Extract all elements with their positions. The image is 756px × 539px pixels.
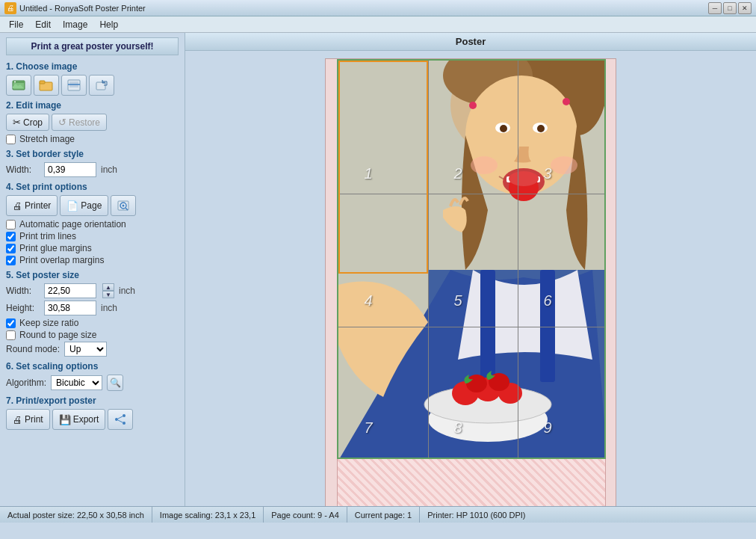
open-file-button[interactable] [34, 75, 59, 96]
crop-button[interactable]: ✂ Crop [6, 114, 49, 131]
export-button[interactable]: 💾 Export [52, 409, 106, 430]
print-option-buttons: 🖨 Printer 📄 Page [6, 195, 179, 216]
poster-width-input[interactable] [44, 283, 96, 298]
minimize-button[interactable]: ─ [708, 2, 722, 14]
poster-image-area: 1 2 3 4 5 6 7 8 9 [337, 59, 606, 459]
algorithm-row: Algorithm: Bicubic Bilinear Nearest 🔍 [6, 375, 179, 391]
border-unit-label: inch [101, 164, 117, 175]
round-to-page-label: Round to page size [19, 330, 96, 340]
svg-line-17 [118, 420, 123, 422]
section6-title: 6. Set scaling options [6, 361, 179, 372]
share-button[interactable] [108, 409, 133, 430]
algorithm-select[interactable]: Bicubic Bilinear Nearest [51, 375, 102, 390]
hline-1 [338, 194, 604, 194]
print-overlap-label: Print overlap margins [19, 255, 104, 265]
auto-orient-label: Automatic page orientation [19, 219, 126, 230]
choose-image-buttons [6, 75, 179, 96]
svg-point-32 [509, 171, 539, 186]
svg-point-46 [563, 98, 570, 105]
auto-orient-checkbox[interactable] [6, 220, 16, 230]
restore-button[interactable]: □ [723, 2, 737, 14]
svg-point-14 [115, 418, 118, 421]
status-bar: Actual poster size: 22,50 x 30,58 inch I… [0, 506, 756, 523]
poster-height-input[interactable] [44, 301, 96, 315]
algorithm-label: Algorithm: [6, 378, 46, 388]
printer-icon: 🖨 [13, 200, 22, 212]
main-layout: Print a great poster yourself! 1. Choose… [0, 33, 756, 506]
menu-bar: File Edit Image Help [0, 16, 756, 33]
svg-point-2 [14, 81, 16, 83]
svg-point-34 [551, 156, 577, 174]
svg-point-28 [537, 125, 545, 132]
menu-file[interactable]: File [3, 18, 29, 31]
svg-rect-36 [480, 270, 495, 382]
section5-title: 5. Set poster size [6, 270, 179, 280]
print-glue-checkbox[interactable] [6, 244, 16, 253]
auto-orient-row: Automatic page orientation [6, 219, 179, 230]
print-button[interactable]: 🖨 Print [6, 409, 50, 430]
page-settings-button[interactable]: 📄 Page [60, 195, 108, 216]
svg-point-11 [123, 205, 125, 207]
print-overlap-checkbox[interactable] [6, 256, 16, 265]
printer-settings-button[interactable]: 🖨 Printer [6, 195, 58, 216]
menu-image[interactable]: Image [57, 18, 93, 31]
print-preview-button[interactable] [111, 195, 136, 216]
app-icon: 🖨 [4, 2, 16, 14]
print-export-buttons: 🖨 Print 💾 Export [6, 409, 179, 430]
width-scroll[interactable]: ▲ ▼ [102, 283, 114, 298]
section1-title: 1. Choose image [6, 61, 179, 72]
print-trim-row: Print trim lines [6, 231, 179, 241]
poster-height-label: Height: [6, 303, 40, 313]
keep-ratio-checkbox[interactable] [6, 318, 16, 328]
crop-icon: ✂ [13, 117, 21, 128]
stretch-image-row: Stretch image [6, 134, 179, 144]
section3-title: 3. Set border style [6, 149, 179, 159]
keep-ratio-row: Keep size ratio [6, 318, 179, 328]
stretch-checkbox[interactable] [6, 135, 16, 144]
print-trim-checkbox[interactable] [6, 232, 16, 241]
close-button[interactable]: ✕ [738, 2, 752, 14]
restore-icon: ↺ [58, 117, 66, 128]
round-to-page-checkbox[interactable] [6, 330, 16, 340]
restore-button[interactable]: ↺ Restore [52, 114, 107, 131]
edit-image-buttons: ✂ Crop ↺ Restore [6, 114, 179, 131]
load-image-button[interactable] [6, 75, 31, 96]
print-overlap-row: Print overlap margins [6, 255, 179, 265]
cell-9: 9 [543, 419, 551, 453]
left-panel: Print a great poster yourself! 1. Choose… [0, 33, 185, 506]
print-trim-label: Print trim lines [19, 231, 76, 241]
poster-title: Poster [185, 33, 756, 51]
section2-title: 2. Edit image [6, 100, 179, 111]
border-width-row: Width: inch [6, 162, 179, 177]
poster-width-label: Width: [6, 286, 40, 296]
export-share-button[interactable] [89, 75, 114, 96]
round-to-page-row: Round to page size [6, 330, 179, 340]
border-width-input[interactable] [44, 162, 96, 177]
section7-title: 7. Print/export poster [6, 395, 179, 406]
print-glue-label: Print glue margins [19, 243, 92, 253]
menu-help[interactable]: Help [93, 18, 124, 31]
cell-7: 7 [364, 419, 372, 453]
section4-title: 4. Set print options [6, 182, 179, 192]
page-icon: 📄 [66, 200, 78, 212]
scan-button[interactable] [61, 75, 87, 96]
cell-8: 8 [453, 419, 462, 453]
stretch-label: Stretch image [19, 134, 75, 144]
zoom-button[interactable]: 🔍 [107, 375, 123, 391]
svg-point-13 [123, 414, 126, 417]
menu-edit[interactable]: Edit [29, 18, 57, 31]
svg-rect-4 [40, 81, 45, 84]
svg-point-33 [471, 156, 498, 174]
svg-line-16 [118, 416, 123, 419]
photo-svg [338, 61, 606, 459]
status-page-count: Page count: 9 - A4 [264, 507, 347, 523]
status-image-scaling: Image scaling: 23,1 x 23,1 [152, 507, 264, 523]
print-icon: 🖨 [13, 414, 22, 425]
width-down-arrow[interactable]: ▼ [102, 291, 114, 298]
width-up-arrow[interactable]: ▲ [102, 283, 114, 291]
svg-point-43 [466, 375, 487, 392]
round-mode-select[interactable]: Up Down [64, 342, 107, 357]
window-controls[interactable]: ─ □ ✕ [708, 2, 752, 14]
poster-canvas: 1 2 3 4 5 6 7 8 9 [185, 51, 756, 506]
poster-width-row: Width: ▲ ▼ inch [6, 283, 179, 298]
